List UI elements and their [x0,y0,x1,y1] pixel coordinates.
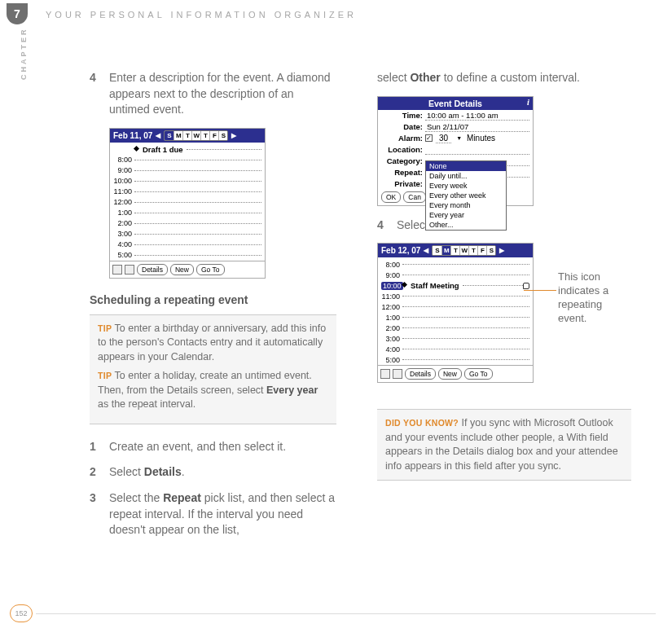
repeat-icon [523,283,529,289]
dialog-title: Event Details i [378,97,533,110]
alarm-unit: Minutes [467,134,495,143]
weekday-cell[interactable]: T [450,246,459,255]
chapter-side-label: CHAPTER [20,27,28,80]
step-text: Create an event, and then select it. [109,439,336,455]
date-label: Feb 12, 07 [381,246,420,255]
alarm-checkbox[interactable]: ✓ [425,134,433,142]
weekday-cell[interactable]: W [459,246,468,255]
weekday-cell[interactable]: S [218,131,227,140]
next-arrow-icon[interactable]: ▶ [231,132,236,139]
weekday-cell[interactable]: T [200,131,209,140]
next-arrow-icon[interactable]: ▶ [499,247,504,254]
field-label: Location: [381,145,425,154]
step-number: 4 [90,70,109,118]
diamond-icon [134,146,139,152]
weekday-cell[interactable]: T [182,131,191,140]
step-text: Select the Repeat pick list, and then se… [109,490,336,538]
view-icon[interactable] [125,265,134,275]
field-label: Repeat: [381,168,425,177]
page-header-title: YOUR PERSONAL INFORMATION ORGANIZER [46,10,357,20]
callout-leader-line [524,290,556,291]
time-label: 1:00 [381,314,402,322]
date-field[interactable]: Sun 2/11/07 [425,122,529,132]
time-label: 12:00 [381,303,402,311]
weekday-cell[interactable]: M [173,131,182,140]
untimed-event-row: Draft 1 due [113,144,261,155]
prev-arrow-icon[interactable]: ◀ [424,247,428,254]
prev-arrow-icon[interactable]: ◀ [156,132,160,139]
time-label: 3:00 [381,335,402,343]
step-1: 1 Create an event, and then select it. [90,439,336,455]
weekday-cell[interactable]: F [209,131,218,140]
dropdown-item[interactable]: Every month [426,200,506,210]
dropdown-item[interactable]: Daily until... [426,171,506,181]
field-label: Category: [381,156,425,165]
chapter-badge: 7 [7,3,28,24]
dropdown-item[interactable]: Every year [426,210,506,220]
time-label: 4:00 [113,240,134,248]
time-label: 11:00 [113,187,134,195]
step-continuation: select Other to define a custom interval… [377,70,631,86]
step-number: 4 [377,217,397,234]
time-label: 9:00 [381,271,402,279]
section-heading: Scheduling a repeating event [90,293,336,306]
day-header: Feb 11, 07 ◀ S M T W T F S ▶ [110,129,265,143]
tip-text: To enter a holiday, create an untimed ev… [98,370,318,410]
view-icon[interactable] [393,369,402,379]
field-label: Private: [381,179,425,188]
view-icon[interactable] [112,265,122,275]
tip-tag: TIP [98,371,112,380]
goto-button[interactable]: Go To [464,368,493,380]
weekday-cell[interactable]: S [486,246,495,255]
view-icon[interactable] [380,369,390,379]
time-label: 2:00 [381,324,402,332]
time-label: 11:00 [381,292,402,301]
repeat-dropdown[interactable]: None Daily until... Every week Every oth… [425,160,507,231]
location-field[interactable] [425,145,529,155]
tip-text: To enter a birthday or anniversary, add … [98,323,326,362]
dropdown-item[interactable]: None [426,161,506,171]
day-header: Feb 12, 07 ◀ S M T W T F S ▶ [378,244,533,257]
tip-tag: TIP [98,323,112,333]
alarm-minutes[interactable]: 30 [436,134,451,143]
dropdown-item[interactable]: Other... [426,220,506,230]
week-strip[interactable]: S M T W T F S [432,245,496,256]
details-button[interactable]: Details [405,368,436,380]
time-label: 9:00 [113,166,134,174]
dropdown-icon[interactable]: ▼ [455,135,463,141]
weekday-cell[interactable]: S [433,246,441,255]
new-button[interactable]: New [438,368,462,380]
details-button[interactable]: Details [137,264,168,275]
time-label: 5:00 [381,356,402,364]
new-button[interactable]: New [170,264,194,275]
weekday-cell[interactable]: T [468,246,477,255]
goto-button[interactable]: Go To [196,264,225,275]
ok-button[interactable]: OK [381,191,401,203]
dropdown-item[interactable]: Every other week [426,191,506,200]
time-label: 4:00 [381,345,402,354]
time-label: 2:00 [113,219,134,227]
dropdown-item[interactable]: Every week [426,181,506,191]
time-label: 10:00 [113,177,134,185]
weekday-cell[interactable]: M [441,246,450,255]
step-2: 2 Select Details. [90,464,336,481]
step-number: 2 [90,464,109,481]
field-label: Time: [381,111,425,120]
week-strip[interactable]: S M T W T F S [164,130,228,141]
event-title: Draft 1 due [141,145,183,154]
cancel-button[interactable]: Can [403,191,426,203]
step-number: 3 [90,490,109,538]
weekday-cell[interactable]: F [477,246,486,255]
callout-text: This icon indicates a repeating event. [558,270,631,326]
time-label: 5:00 [113,251,134,259]
weekday-cell[interactable]: W [191,131,200,140]
time-label: 8:00 [381,261,402,269]
time-label: 3:00 [113,230,134,238]
calendar-day-view-mock: Feb 11, 07 ◀ S M T W T F S ▶ Draft 1 due [109,128,266,279]
selected-time: 10:00 [381,282,403,290]
event-row: 10:00 Staff Meeting [381,280,529,291]
info-icon[interactable]: i [527,98,529,107]
time-field[interactable]: 10:00 am - 11:00 am [425,111,529,121]
weekday-cell[interactable]: S [165,131,173,140]
calendar-day-view-mock-2: Feb 12, 07 ◀ S M T W T F S ▶ 8:00 9: [377,243,534,383]
